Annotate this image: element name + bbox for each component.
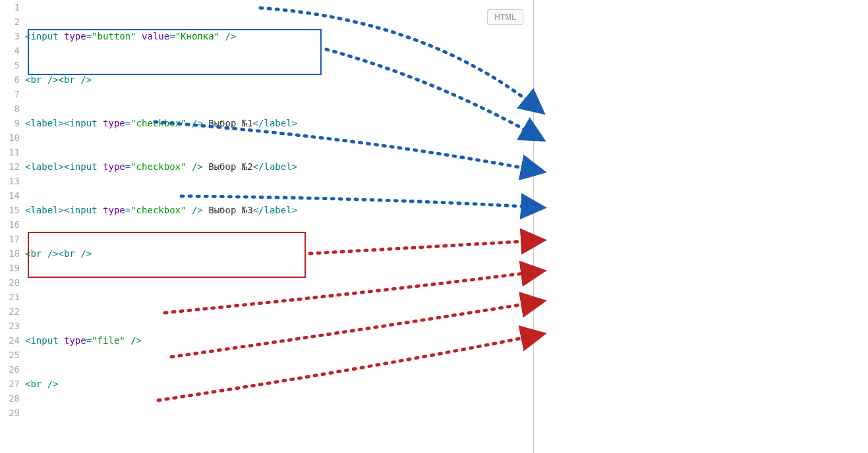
- radio-code-highlight: [28, 232, 306, 278]
- code-editor-panel: HTML 123 456 789 101112 131415 161718 19…: [0, 0, 534, 453]
- preview-panel: 1 Кнопка Выбор №1 Выбор №2 Выбор №3 Выбе…: [534, 0, 868, 453]
- line-number-gutter: 123 456 789 101112 131415 161718 192021 …: [0, 0, 25, 420]
- checkbox-code-highlight: [28, 29, 322, 75]
- language-badge: HTML: [487, 9, 523, 25]
